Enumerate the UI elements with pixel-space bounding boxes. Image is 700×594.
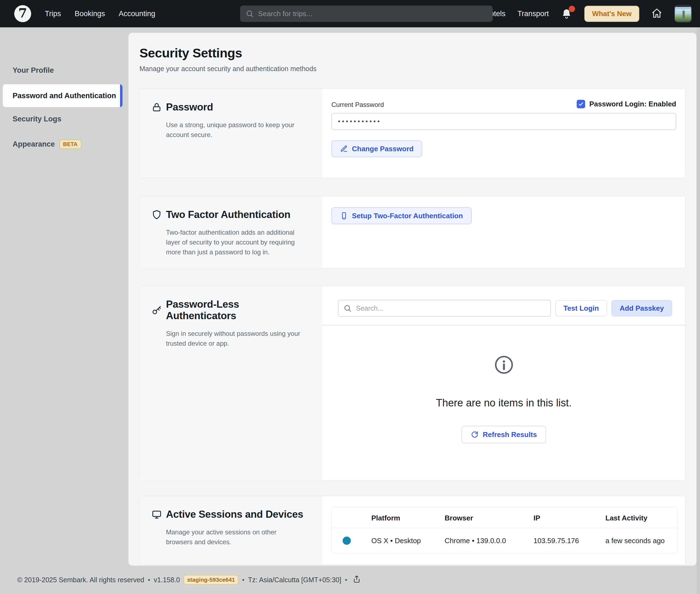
table-header-row: Platform Browser IP Last Activity <box>332 507 677 528</box>
check-icon <box>578 101 584 107</box>
scrollbar[interactable] <box>696 27 700 594</box>
sidebar-item-label: Appearance <box>12 140 55 148</box>
sidebar-item-password-authentication[interactable]: Password and Authentication <box>3 84 123 107</box>
refresh-icon <box>471 431 478 438</box>
share-button[interactable] <box>353 575 361 585</box>
section-title: Password <box>166 101 213 113</box>
avatar-poster-text: THAILAND <box>675 9 691 11</box>
sembark-logo[interactable]: 7 <box>14 5 31 22</box>
notification-dot <box>569 6 575 12</box>
section-description: Two-factor authentication adds an additi… <box>166 228 303 257</box>
nav-item-bookings[interactable]: Bookings <box>75 9 105 18</box>
section-title: Two Factor Authentication <box>166 209 290 221</box>
home-button[interactable] <box>651 8 662 20</box>
table-row[interactable]: OS X • Desktop Chrome • 139.0.0.0 103.59… <box>332 528 677 553</box>
cell-platform: OS X • Desktop <box>371 536 444 545</box>
trip-search-input[interactable] <box>258 9 487 18</box>
toolbar-divider <box>322 325 685 325</box>
page-subtitle: Manage your account security and authent… <box>139 65 686 73</box>
nav-item-transport[interactable]: Transport <box>518 9 549 18</box>
header-platform: Platform <box>371 514 444 522</box>
active-indicator-bar <box>120 84 123 107</box>
section-title: Active Sessions and Devices <box>166 509 303 520</box>
beta-badge: BETA <box>59 139 81 149</box>
user-avatar[interactable]: THAILAND <box>674 5 692 23</box>
footer: © 2019-2025 Sembark. All rights reserved… <box>0 566 700 594</box>
page-title: Security Settings <box>139 45 686 60</box>
passkeys-search-box[interactable] <box>338 300 551 317</box>
sidebar-item-label: Password and Authentication <box>12 92 116 100</box>
timezone-text: Tz: Asia/Calcutta [GMT+05:30] <box>248 576 341 584</box>
top-navbar: 7 Trips Bookings Accounting Hotels Trans… <box>0 0 700 27</box>
nav-item-trips[interactable]: Trips <box>45 9 61 18</box>
sessions-table: Platform Browser IP Last Activity OS X •… <box>331 507 678 554</box>
setup-two-factor-button[interactable]: Setup Two-Factor Authentication <box>331 207 472 224</box>
password-login-checkbox[interactable] <box>577 100 585 108</box>
passkeys-search-input[interactable] <box>338 300 551 317</box>
smartphone-icon <box>340 212 348 220</box>
change-password-button[interactable]: Change Password <box>331 140 422 157</box>
password-section: Password Use a strong, unique password t… <box>139 89 686 178</box>
home-icon <box>651 8 662 19</box>
build-badge: staging-593ce641 <box>184 575 238 585</box>
two-factor-section: Two Factor Authentication Two-factor aut… <box>139 196 686 268</box>
empty-state: There are no items in this list. Refresh… <box>322 355 685 443</box>
nav-right-cluster: Hotels Transport What's New THAILAND <box>485 5 692 23</box>
section-description: Sign in securely without passwords using… <box>166 329 303 349</box>
monitor-icon <box>152 509 162 519</box>
share-icon <box>353 575 361 583</box>
header-ip: IP <box>533 514 605 522</box>
search-icon <box>245 9 254 18</box>
pencil-icon <box>340 145 348 153</box>
main-content-panel: Security Settings Manage your account se… <box>129 33 696 566</box>
notifications-button[interactable] <box>561 8 572 20</box>
nav-menu: Trips Bookings Accounting <box>45 9 155 18</box>
sidebar-item-your-profile[interactable]: Your Profile <box>0 66 125 75</box>
copyright-text: © 2019-2025 Sembark. All rights reserved <box>17 576 144 584</box>
trip-search-box[interactable] <box>240 5 493 22</box>
lock-icon <box>152 102 162 112</box>
search-icon <box>343 304 352 312</box>
cell-ip: 103.59.75.176 <box>533 536 605 545</box>
passkeys-toolbar: Test Login Add Passkey <box>322 286 685 325</box>
nav-item-accounting[interactable]: Accounting <box>119 9 155 18</box>
session-status-dot <box>343 536 351 545</box>
test-login-button[interactable]: Test Login <box>555 300 607 317</box>
cell-last-activity: a few seconds ago <box>605 536 677 545</box>
settings-sidebar: Your Profile Password and Authentication… <box>0 27 125 566</box>
sidebar-item-security-logs[interactable]: Security Logs <box>0 115 125 123</box>
header-browser: Browser <box>444 514 533 522</box>
section-title: Password-Less Authenticators <box>166 299 303 322</box>
key-icon <box>152 305 162 315</box>
password-login-label: Password Login: Enabled <box>589 100 676 108</box>
info-icon <box>322 355 685 376</box>
sidebar-item-appearance[interactable]: Appearance BETA <box>0 139 125 149</box>
header-last-activity: Last Activity <box>605 514 677 522</box>
section-description: Manage your active sessions on other bro… <box>166 527 303 547</box>
password-login-toggle: Password Login: Enabled <box>577 100 676 108</box>
whats-new-button[interactable]: What's New <box>584 6 639 22</box>
version-text: v1.158.0 <box>154 576 180 584</box>
refresh-results-button[interactable]: Refresh Results <box>462 426 546 443</box>
active-sessions-section: Active Sessions and Devices Manage your … <box>139 496 686 565</box>
empty-state-text: There are no items in this list. <box>322 397 685 409</box>
shield-icon <box>152 210 162 220</box>
cell-browser: Chrome • 139.0.0.0 <box>444 536 533 545</box>
current-password-field[interactable] <box>331 113 676 130</box>
passkeys-section: Password-Less Authenticators Sign in sec… <box>139 286 686 481</box>
add-passkey-button[interactable]: Add Passkey <box>611 300 672 317</box>
section-description: Use a strong, unique password to keep yo… <box>166 120 303 140</box>
